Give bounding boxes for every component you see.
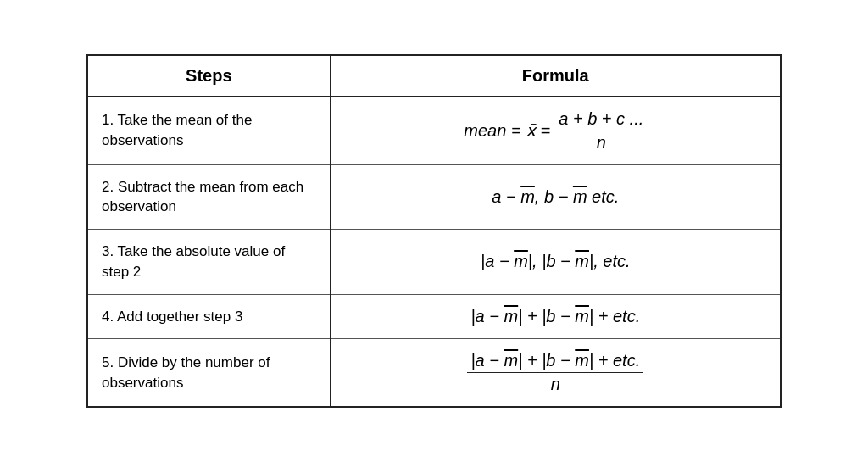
table-row: 5. Divide by the number of observations … [88, 339, 780, 407]
table-row: 1. Take the mean of the observations mea… [88, 97, 780, 165]
formula-add: |a − m| + |b − m| + etc. [470, 307, 640, 326]
formula-absolute: |a − m|, |b − m|, etc. [481, 252, 630, 270]
formula-subtract: a − m, b − m etc. [492, 187, 619, 206]
step-3-text: 3. Take the absolute value of step 2 [88, 230, 331, 295]
fraction-numerator: a + b + c ... [555, 109, 647, 131]
formula-4: |a − m| + |b − m| + etc. [331, 294, 780, 339]
formula-mean-fraction: a + b + c ... n [555, 109, 647, 153]
step-5-text: 5. Divide by the number of observations [88, 339, 331, 407]
table-row: 2. Subtract the mean from each observati… [88, 164, 780, 230]
step-1-text: 1. Take the mean of the observations [88, 97, 331, 165]
formula-1: mean = x̄ = a + b + c ... n [331, 97, 780, 165]
fraction-numerator-5: |a − m| + |b − m| + etc. [467, 351, 643, 373]
main-table-container: Steps Formula 1. Take the mean of the ob… [86, 54, 782, 409]
table-row: 3. Take the absolute value of step 2 |a … [88, 230, 780, 295]
formula-2: a − m, b − m etc. [331, 164, 780, 230]
fraction-denominator-5: n [548, 373, 564, 394]
formula-divide-fraction: |a − m| + |b − m| + etc. n [467, 351, 643, 394]
col-header-steps: Steps [88, 56, 331, 97]
step-2-text: 2. Subtract the mean from each observati… [88, 164, 331, 230]
table-row: 4. Add together step 3 |a − m| + |b − m|… [88, 294, 780, 339]
formula-5: |a − m| + |b − m| + etc. n [331, 339, 780, 407]
formula-3: |a − m|, |b − m|, etc. [331, 230, 780, 295]
formula-mean-lhs: mean = x̄ = [464, 120, 550, 141]
step-4-text: 4. Add together step 3 [88, 294, 331, 339]
col-header-formula: Formula [331, 56, 780, 97]
steps-formula-table: Steps Formula 1. Take the mean of the ob… [88, 56, 780, 407]
fraction-denominator: n [593, 131, 609, 153]
